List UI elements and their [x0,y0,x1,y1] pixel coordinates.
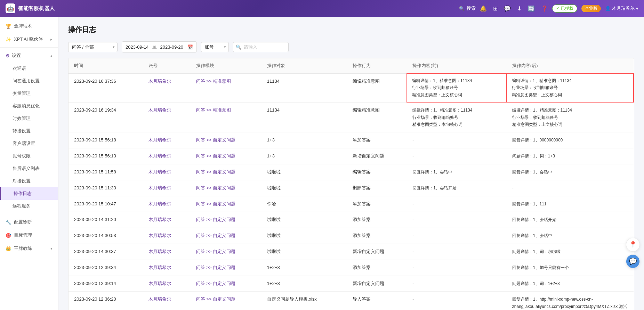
table-row: 2023-09-20 15:10:47木月瑞希尔问答 >> 自定义问题你哈添加答… [69,196,634,212]
account-filter-wrapper: 账号 [201,42,229,52]
cell-module: 问答 >> 自定义问题 [191,276,261,292]
cell-before: - [407,244,507,260]
cell-module: 问答 >> 自定义问题 [191,292,261,310]
sidebar-item-gold-tactics[interactable]: 🏆 金牌话术 [0,19,58,33]
sidebar-item-ace-coach[interactable]: 👑 王牌教练 ▾ [0,242,58,255]
cell-before: - [407,132,507,148]
sidebar-item-xpt[interactable]: ✨ XPT AI 晓伙伴 ▸ [0,33,58,46]
bell-icon[interactable]: 🔔 [480,5,487,12]
main-content: 操作日志 问答 / 全部 问答 / 精准意图 问答 / 自定义问题 2023-0… [58,17,644,310]
calendar-icon: 📅 [187,44,193,50]
main-layout: 🏆 金牌话术 ✨ XPT AI 晓伙伴 ▸ ⚙ 设置 ▴ 欢迎语 问答通用设置 … [0,17,644,310]
cell-after: 回复详情：1、111 [507,196,634,212]
table-row: 2023-09-20 14:30:53木月瑞希尔问答 >> 自定义问题啦啦啦添加… [69,228,634,244]
sidebar-item-variables[interactable]: 变量管理 [0,87,58,100]
cell-time: 2023-09-20 16:37:36 [69,73,143,102]
table-row: 2023-09-20 12:39:14木月瑞希尔问答 >> 自定义问题1+2+3… [69,276,634,292]
sidebar-item-integration[interactable]: 对接设置 [0,175,58,187]
cell-target: 1+2+3 [261,276,347,292]
cell-module: 问答 >> 自定义问题 [191,148,261,164]
cell-before: 回复详情：1、会话开始 [407,180,507,196]
sidebar-item-remote[interactable]: 远程服务 [0,200,58,212]
sidebar-item-client[interactable]: 客户端设置 [0,137,58,150]
cell-action: 新增自定义问题 [347,148,407,164]
cell-target: 啦啦啦 [261,228,347,244]
cell-time: 2023-09-20 14:30:53 [69,228,143,244]
account-filter[interactable]: 账号 [201,42,229,52]
sidebar-item-aftersales[interactable]: 售后语义列表 [0,162,58,175]
cell-after: 回复详情：1、会话中 [507,164,634,180]
table-row: 2023-09-20 15:11:33木月瑞希尔问答 >> 自定义问题啦啦啦删除… [69,180,634,196]
sidebar-item-target-mgmt[interactable]: 🎯 目标管理 [0,229,58,242]
cell-target: 啦啦啦 [261,180,347,196]
sidebar-item-time-mgmt[interactable]: 时效管理 [0,112,58,125]
cell-time: 2023-09-20 14:31:20 [69,212,143,228]
app-logo: 🤖 智能客服机器人 [6,3,55,13]
sidebar-item-transfer[interactable]: 转接设置 [0,125,58,137]
cell-time: 2023-09-20 15:11:33 [69,180,143,196]
sidebar-item-operation-log[interactable]: 操作日志 [0,187,58,200]
cell-before: - [407,212,507,228]
float-icons: 📍 💬 [626,238,640,268]
user-menu[interactable]: 👤 木月瑞希尔 ▾ [605,5,638,11]
cell-target: 你哈 [261,196,347,212]
cell-account: 木月瑞希尔 [143,260,190,276]
chat-float-btn[interactable]: 💬 [626,254,640,268]
cell-target: 啦啦啦 [261,244,347,260]
cell-account: 木月瑞希尔 [143,212,190,228]
sidebar-item-msg-optimize[interactable]: 客服消息优化 [0,100,58,112]
cell-module: 问答 >> 自定义问题 [191,228,261,244]
authorized-badge: ✓ 已授权 [552,5,577,13]
sidebar-group-settings[interactable]: ⚙ 设置 ▴ [0,49,58,62]
cell-account: 木月瑞希尔 [143,102,190,132]
cell-time: 2023-09-20 12:39:14 [69,276,143,292]
cell-account: 木月瑞希尔 [143,196,190,212]
refresh-icon[interactable]: 🔄 [528,5,535,12]
cell-before: 回复详情：1、会话中 [407,164,507,180]
cell-after: 回复详情：1、会话开始 [507,212,634,228]
cell-after: 回复详情：1、会话中 [507,228,634,244]
cell-account: 木月瑞希尔 [143,148,190,164]
category-filter[interactable]: 问答 / 全部 问答 / 精准意图 问答 / 自定义问题 [68,42,118,52]
date-range-picker[interactable]: 2023-09-14 至 2023-09-20 📅 [122,41,197,52]
cell-after: 问题详情：1、词：1+3 [507,148,634,164]
cell-module: 问答 >> 精准意图 [191,102,261,132]
sidebar-item-config-diag[interactable]: 🔧 配置诊断 [0,215,58,229]
col-module: 操作模块 [191,58,261,73]
cell-module: 问答 >> 自定义问题 [191,260,261,276]
sidebar-item-account-perms[interactable]: 账号权限 [0,150,58,162]
cell-after: 编辑详情：1、精准意图：11134 行业场景：收到邮箱账号 精准意图类型：上文核… [507,73,634,102]
page-title: 操作日志 [68,25,634,34]
cell-after: 问题详情：1、词：1+2+3 [507,276,634,292]
table-row: 2023-09-20 15:56:18木月瑞希尔问答 >> 自定义问题1+3添加… [69,132,634,148]
cell-action: 编辑精准意图 [347,102,407,132]
cell-before: - [407,228,507,244]
cell-module: 问答 >> 自定义问题 [191,132,261,148]
cell-target: 1+3 [261,148,347,164]
check-icon: ✓ [556,6,560,11]
table-row: 2023-09-20 12:39:34木月瑞希尔问答 >> 自定义问题1+2+3… [69,260,634,276]
cell-account: 木月瑞希尔 [143,244,190,260]
grid-icon[interactable]: ⊞ [493,5,498,12]
sidebar-item-qa-settings[interactable]: 问答通用设置 [0,75,58,87]
download-icon[interactable]: ⬇ [517,5,522,12]
search-input[interactable] [233,42,289,52]
cell-account: 木月瑞希尔 [143,164,190,180]
cell-before: - [407,292,507,310]
user-icon: 👤 [605,6,611,11]
sidebar: 🏆 金牌话术 ✨ XPT AI 晓伙伴 ▸ ⚙ 设置 ▴ 欢迎语 问答通用设置 … [0,17,58,310]
cell-target: 11134 [261,73,347,102]
sidebar-item-welcome[interactable]: 欢迎语 [0,62,58,75]
nav-icons: 🔔 ⊞ 💬 ⬇ 🔄 ❓ [480,5,548,12]
cell-after: - [507,180,634,196]
filters-bar: 问答 / 全部 问答 / 精准意图 问答 / 自定义问题 2023-09-14 … [68,41,634,52]
help-icon[interactable]: ❓ [541,5,548,12]
chat-icon[interactable]: 💬 [504,5,511,12]
cell-after: 回复详情：1、http://mini-xdmp-new.oss-cn-zhang… [507,292,634,310]
cell-time: 2023-09-20 12:39:34 [69,260,143,276]
search-button[interactable]: 🔍 搜索 [459,5,476,11]
cell-target: 1+2+3 [261,260,347,276]
location-float-btn[interactable]: 📍 [626,238,640,252]
chevron-down-icon: ▾ [636,6,638,11]
cell-after: 问题详情：1、词：啦啦啦 [507,244,634,260]
